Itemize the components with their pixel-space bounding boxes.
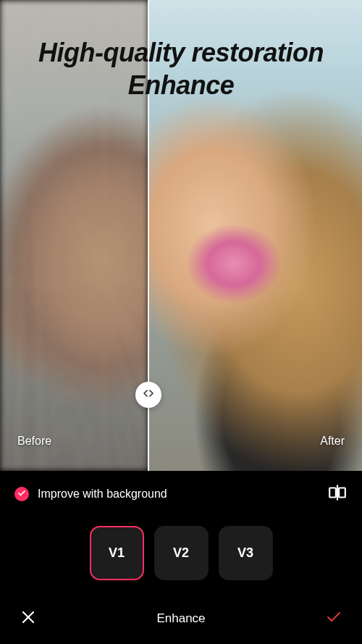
- improve-background-checkbox[interactable]: [14, 487, 29, 501]
- svg-rect-0: [329, 488, 336, 498]
- version-selector: V1 V2 V3: [0, 511, 362, 586]
- close-icon: [20, 609, 37, 629]
- option-label: Improve with background: [38, 488, 327, 501]
- check-icon: [17, 488, 26, 501]
- controls-panel: Improve with background V1 V2 V3: [0, 471, 362, 644]
- svg-rect-1: [339, 488, 345, 498]
- bottom-bar: Enhance: [0, 598, 362, 644]
- after-label: After: [320, 435, 345, 448]
- before-label: Before: [17, 435, 51, 448]
- headline-text: High-quality restoration Enhance: [0, 36, 362, 101]
- check-icon: [325, 609, 342, 629]
- cancel-button[interactable]: [17, 608, 39, 630]
- compare-slider-handle[interactable]: [135, 382, 161, 408]
- compare-icon: [328, 483, 347, 505]
- version-label: V2: [173, 545, 189, 561]
- version-button-v3[interactable]: V3: [219, 526, 273, 580]
- version-label: V1: [109, 545, 125, 561]
- version-button-v1[interactable]: V1: [90, 526, 144, 580]
- preview-area: High-quality restoration Enhance Before …: [0, 0, 362, 471]
- confirm-button[interactable]: [323, 608, 345, 630]
- option-row: Improve with background: [0, 471, 362, 511]
- version-label: V3: [237, 545, 253, 561]
- version-button-v2[interactable]: V2: [154, 526, 209, 580]
- mode-label: Enhance: [156, 611, 205, 626]
- drag-horizontal-icon: [143, 388, 154, 402]
- compare-toggle-button[interactable]: [327, 484, 348, 504]
